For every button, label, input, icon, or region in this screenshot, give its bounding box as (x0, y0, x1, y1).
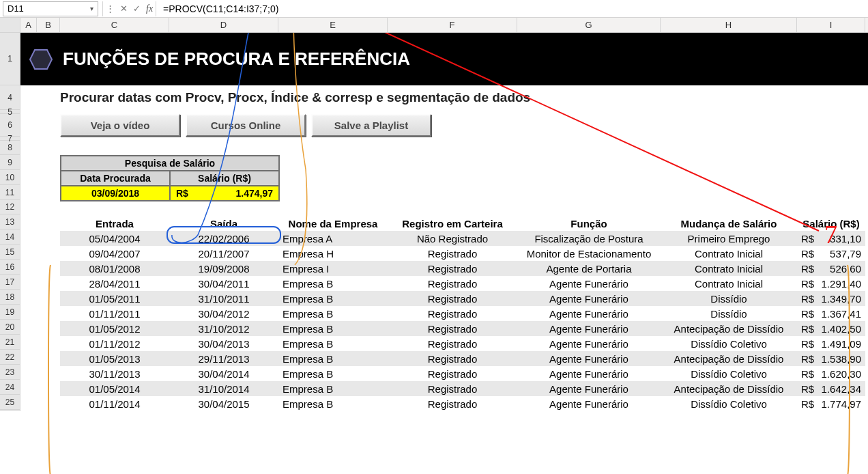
name-box[interactable]: D11 ▾ (3, 1, 98, 16)
row-header-1[interactable]: 1 (0, 33, 20, 85)
td-registro: Registrado (388, 381, 517, 396)
row-header-15[interactable]: 15 (0, 245, 20, 260)
row-header-14[interactable]: 14 (0, 229, 20, 245)
td-funcao: Fiscalização de Postura (517, 231, 661, 246)
search-salary-box: Pesquisa de Salário Data Procurada Salár… (60, 155, 280, 201)
th-salario: Salário (R$) (797, 216, 865, 231)
td-mudanca: Dissídio (661, 306, 797, 321)
row-header-12[interactable]: 12 (0, 200, 20, 214)
col-header-d[interactable]: D (169, 18, 278, 32)
th-registro: Registro em Carteira (388, 216, 517, 231)
td-funcao: Agente Funerário (517, 366, 661, 381)
col-header-c[interactable]: C (60, 18, 169, 32)
td-empresa: Empresa B (278, 321, 388, 336)
table-row[interactable]: 01/11/201130/04/2012Empresa BRegistradoA… (60, 306, 865, 321)
separator-icon: ⋮ (106, 3, 115, 14)
row-header-21[interactable]: 21 (0, 335, 20, 350)
td-mudanca: Antecipação de Dissídio (661, 351, 797, 366)
col-header-a[interactable]: A (20, 18, 37, 32)
svg-marker-0 (30, 50, 52, 69)
formula-input[interactable]: =PROCV(C11;C14:I37;7;0) (160, 1, 865, 16)
row-header-9[interactable]: 9 (0, 155, 20, 170)
row-header-11[interactable]: 11 (0, 185, 20, 200)
table-row[interactable]: 30/11/201330/04/2014Empresa BRegistradoA… (60, 366, 865, 381)
row-header-10[interactable]: 10 (0, 170, 20, 185)
table-row[interactable]: 01/05/201131/10/2011Empresa BRegistradoA… (60, 291, 865, 306)
td-entrada: 01/05/2013 (60, 351, 169, 366)
salary-currency: R$ (176, 188, 188, 199)
logo-hexagon-icon (29, 48, 53, 70)
table-row[interactable]: 01/11/201230/04/2013Empresa BRegistradoA… (60, 336, 865, 351)
playlist-button[interactable]: Salve a Playlist (311, 114, 431, 137)
td-salario: R$1.291,40 (797, 276, 865, 291)
col-header-i[interactable]: I (797, 18, 865, 32)
td-registro: Registrado (388, 246, 517, 261)
grid[interactable]: FUNÇÕES DE PROCURA E REFERÊNCIA Procurar… (20, 33, 868, 411)
td-funcao: Agente de Portaria (517, 261, 661, 276)
td-funcao: Monitor de Estacionamento (517, 246, 661, 261)
name-box-value: D11 (8, 3, 24, 14)
row-header-13[interactable]: 13 (0, 214, 20, 229)
chevron-down-icon[interactable]: ▾ (90, 5, 93, 12)
title-banner: FUNÇÕES DE PROCURA E REFERÊNCIA (20, 33, 868, 85)
td-saida: 20/11/2007 (169, 246, 278, 261)
table-header-row: Entrada Saída Nome da Empresa Registro e… (60, 216, 865, 231)
cell-d11-salary[interactable]: R$ 1.474,97 (170, 186, 279, 201)
row-header-18[interactable]: 18 (0, 290, 20, 305)
row-header-23[interactable]: 23 (0, 365, 20, 380)
row-header-24[interactable]: 24 (0, 380, 20, 395)
td-funcao: Agente Funerário (517, 381, 661, 396)
row-header-22[interactable]: 22 (0, 350, 20, 365)
td-empresa: Empresa B (278, 351, 388, 366)
td-salario: R$1.491,09 (797, 336, 865, 351)
table-row[interactable]: 01/05/201329/11/2013Empresa BRegistradoA… (60, 351, 865, 366)
formula-bar-buttons: ⋮ ✕ ✓ fx (102, 1, 156, 16)
table-row[interactable]: 01/05/201431/10/2014Empresa BRegistradoA… (60, 381, 865, 396)
td-funcao: Agente Funerário (517, 396, 661, 411)
col-header-b[interactable]: B (37, 18, 60, 32)
td-salario: R$1.620,30 (797, 366, 865, 381)
td-mudanca: Contrato Inicial (661, 276, 797, 291)
table-row[interactable]: 01/05/201231/10/2012Empresa BRegistradoA… (60, 321, 865, 336)
row-header-20[interactable]: 20 (0, 320, 20, 335)
td-mudanca: Dissídio (661, 291, 797, 306)
col-header-f[interactable]: F (388, 18, 517, 32)
col-header-h[interactable]: H (661, 18, 797, 32)
confirm-icon[interactable]: ✓ (133, 3, 141, 14)
td-saida: 30/04/2014 (169, 366, 278, 381)
td-empresa: Empresa B (278, 306, 388, 321)
td-saida: 22/02/2006 (169, 231, 278, 246)
td-mudanca: Contrato Inicial (661, 261, 797, 276)
row-header-25[interactable]: 25 (0, 395, 20, 410)
td-registro: Registrado (388, 276, 517, 291)
row-header-19[interactable]: 19 (0, 305, 20, 320)
select-all-cell[interactable] (0, 18, 20, 32)
video-button[interactable]: Veja o vídeo (60, 114, 180, 137)
td-funcao: Agente Funerário (517, 351, 661, 366)
fx-icon[interactable]: fx (146, 3, 153, 14)
table-row[interactable]: 05/04/200422/02/2006Empresa ANão Registr… (60, 231, 865, 246)
row-header-16[interactable]: 16 (0, 260, 20, 275)
cursos-button[interactable]: Cursos Online (186, 114, 306, 137)
cancel-icon[interactable]: ✕ (120, 3, 128, 14)
table-row[interactable]: 08/01/200819/09/2008Empresa IRegistradoA… (60, 261, 865, 276)
td-empresa: Empresa B (278, 276, 388, 291)
cell-c11-date[interactable]: 03/09/2018 (61, 186, 170, 201)
col-header-e[interactable]: E (278, 18, 388, 32)
row-header-8[interactable]: 8 (0, 141, 20, 155)
th-funcao: Função (517, 216, 661, 231)
td-entrada: 01/11/2012 (60, 336, 169, 351)
td-entrada: 08/01/2008 (60, 261, 169, 276)
td-saida: 31/10/2014 (169, 381, 278, 396)
td-saida: 30/04/2015 (169, 396, 278, 411)
col-header-g[interactable]: G (517, 18, 661, 32)
table-row[interactable]: 28/04/201130/04/2011Empresa BRegistradoA… (60, 276, 865, 291)
td-saida: 30/04/2012 (169, 306, 278, 321)
row-header-17[interactable]: 17 (0, 275, 20, 290)
td-entrada: 09/04/2007 (60, 246, 169, 261)
table-row[interactable]: 09/04/200720/11/2007Empresa HRegistradoM… (60, 246, 865, 261)
table-row[interactable]: 01/11/201430/04/2015Empresa BRegistradoA… (60, 396, 865, 411)
td-funcao: Agente Funerário (517, 306, 661, 321)
td-salario: R$1.538,90 (797, 351, 865, 366)
td-mudanca: Dissídio Coletivo (661, 396, 797, 411)
